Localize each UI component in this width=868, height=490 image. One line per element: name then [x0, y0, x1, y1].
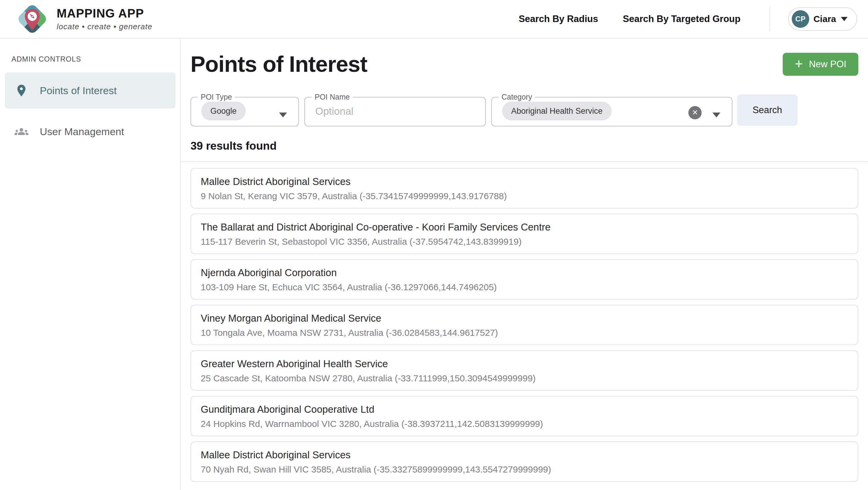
sidebar-item-points-of-interest[interactable]: Points of Interest [5, 73, 176, 109]
result-address: 25 Cascade St, Katoomba NSW 2780, Austra… [201, 373, 858, 383]
app-logo-group: MAPPING APP locate • create • generate [14, 1, 152, 37]
caret-down-icon [841, 17, 847, 21]
clear-circle-icon[interactable]: ✕ [688, 106, 702, 119]
sidebar: ADMIN CONTROLS Points of Interest User M… [0, 39, 181, 490]
app-logo-icon [14, 1, 50, 37]
result-card[interactable]: Greater Western Aboriginal Health Servic… [190, 350, 858, 391]
result-address: 103-109 Hare St, Echuca VIC 3564, Austra… [201, 282, 858, 292]
top-nav: Search By Radius Search By Targeted Grou… [519, 13, 741, 24]
result-card[interactable]: Mallee District Aboriginal Services 9 No… [190, 168, 858, 208]
result-name: Greater Western Aboriginal Health Servic… [201, 358, 858, 370]
brand-text: MAPPING APP locate • create • generate [57, 7, 152, 31]
category-label: Category [498, 93, 535, 102]
header-divider [770, 7, 770, 31]
user-name: Ciara [813, 14, 836, 24]
result-name: Gunditjmara Aboriginal Cooperative Ltd [201, 404, 858, 415]
new-poi-label: New POI [809, 59, 846, 70]
result-address: 10 Tongala Ave, Moama NSW 2731, Australi… [201, 328, 858, 338]
title-row: Points of Interest + New POI [190, 51, 858, 77]
app-tagline: locate • create • generate [57, 22, 152, 31]
sidebar-section-label: ADMIN CONTROLS [11, 55, 180, 63]
result-name: Mallee District Aboriginal Services [201, 449, 858, 461]
app-title: MAPPING APP [57, 7, 152, 20]
results-divider [181, 162, 868, 162]
result-card[interactable]: Mallee District Aboriginal Services 70 N… [190, 441, 858, 482]
sidebar-item-user-management[interactable]: User Management [5, 113, 176, 150]
people-icon [14, 125, 28, 139]
results-list: Mallee District Aboriginal Services 9 No… [190, 168, 858, 482]
result-address: 24 Hopkins Rd, Warrnambool VIC 3280, Aus… [201, 419, 858, 429]
poi-name-input[interactable] [315, 105, 472, 117]
caret-down-icon[interactable] [279, 113, 287, 117]
result-name: Mallee District Aboriginal Services [201, 176, 858, 188]
filters-row: POI Type Google POI Name Category Aborig… [190, 93, 858, 126]
nav-search-by-targeted-group[interactable]: Search By Targeted Group [623, 13, 740, 24]
poi-type-select[interactable]: POI Type Google [190, 93, 299, 126]
main-content: Points of Interest + New POI POI Type Go… [181, 39, 868, 490]
result-name: Njernda Aboriginal Corporation [201, 267, 858, 279]
result-address: 70 Nyah Rd, Swan Hill VIC 3585, Australi… [201, 464, 858, 474]
result-address: 9 Nolan St, Kerang VIC 3579, Australia (… [201, 191, 858, 201]
result-name: The Ballarat and District Aboriginal Co-… [201, 222, 858, 233]
result-address: 115-117 Beverin St, Sebastopol VIC 3356,… [201, 236, 858, 247]
results-count: 39 results found [190, 140, 858, 152]
poi-type-chip[interactable]: Google [201, 102, 246, 120]
sidebar-item-label: Points of Interest [40, 85, 117, 96]
result-card[interactable]: The Ballarat and District Aboriginal Co-… [190, 213, 858, 254]
search-button[interactable]: Search [737, 94, 798, 126]
category-chip[interactable]: Aboriginal Health Service [502, 102, 612, 120]
map-pin-icon [14, 84, 28, 97]
poi-name-inner [305, 102, 485, 121]
poi-name-field[interactable]: POI Name [304, 93, 486, 126]
result-card[interactable]: Njernda Aboriginal Corporation 103-109 H… [190, 259, 858, 299]
poi-type-label: POI Type [198, 93, 235, 102]
caret-down-icon[interactable] [712, 113, 720, 117]
nav-search-by-radius[interactable]: Search By Radius [519, 13, 598, 24]
user-menu-button[interactable]: CP Ciara [788, 7, 857, 31]
poi-type-value: Google [191, 102, 299, 121]
result-card[interactable]: Viney Morgan Aboriginal Medical Service … [190, 305, 858, 345]
app-header: MAPPING APP locate • create • generate S… [0, 0, 868, 39]
category-select[interactable]: Category Aboriginal Health Service ✕ [491, 93, 733, 126]
result-card[interactable]: Gunditjmara Aboriginal Cooperative Ltd 2… [190, 396, 858, 436]
avatar: CP [792, 10, 809, 28]
new-poi-button[interactable]: + New POI [783, 53, 858, 76]
sidebar-item-label: User Management [40, 126, 124, 138]
poi-name-label: POI Name [312, 93, 353, 102]
page-title: Points of Interest [190, 51, 367, 77]
result-name: Viney Morgan Aboriginal Medical Service [201, 313, 858, 324]
